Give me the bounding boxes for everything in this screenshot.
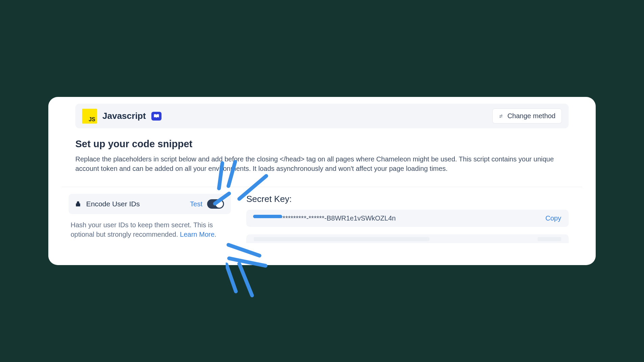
stage-background: JS Javascript Change method Set up your … xyxy=(0,0,644,362)
lower-panel: Encode User IDs Test Hash your user IDs … xyxy=(62,187,582,243)
cutoff-blob-left xyxy=(254,237,429,241)
change-method-label: Change method xyxy=(507,112,555,120)
encode-desc-suffix: . xyxy=(215,231,217,238)
settings-card: JS Javascript Change method Set up your … xyxy=(48,97,596,265)
docs-badge-icon[interactable] xyxy=(151,112,162,121)
method-info: JS Javascript xyxy=(82,109,162,124)
swap-icon xyxy=(499,113,504,119)
javascript-icon: JS xyxy=(82,109,97,124)
toggle-knob xyxy=(216,200,223,208)
test-link[interactable]: Test xyxy=(190,200,202,208)
encode-label: Encode User IDs xyxy=(86,200,140,208)
cutoff-blob-right xyxy=(538,237,561,241)
encode-header-right: Test xyxy=(190,199,224,209)
encode-toggle[interactable] xyxy=(207,199,224,209)
section-title: Set up your code snippet xyxy=(75,138,569,150)
encode-header: Encode User IDs Test xyxy=(69,194,231,214)
redaction-mark xyxy=(253,215,282,218)
learn-more-link[interactable]: Learn More xyxy=(180,231,215,238)
secret-key-row: ********************-******-B8WR1e1vSWkO… xyxy=(246,210,569,227)
encode-header-left: Encode User IDs xyxy=(75,200,140,208)
secret-key-heading: Secret Key: xyxy=(246,194,569,204)
js-icon-text: JS xyxy=(89,117,95,123)
section-description: Replace the placeholders in script below… xyxy=(75,154,555,173)
method-title: Javascript xyxy=(102,111,146,121)
cutoff-row xyxy=(246,234,569,243)
encode-description: Hash your user IDs to keep them secret. … xyxy=(69,214,231,239)
encode-user-ids-box: Encode User IDs Test Hash your user IDs … xyxy=(69,194,231,243)
install-method-bar: JS Javascript Change method xyxy=(75,104,569,128)
lock-icon xyxy=(75,201,81,207)
secret-key-value: ********************-******-B8WR1e1vSWkO… xyxy=(254,214,396,222)
secret-key-area: Secret Key: ********************-******-… xyxy=(246,194,569,243)
change-method-button[interactable]: Change method xyxy=(492,108,562,124)
copy-button[interactable]: Copy xyxy=(545,214,561,222)
